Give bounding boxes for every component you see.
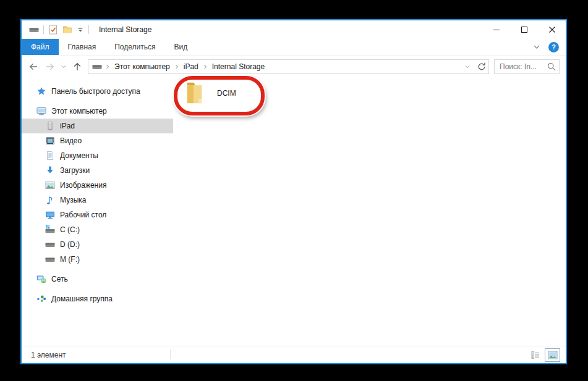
- ribbon-tab-3[interactable]: Вид: [164, 39, 197, 55]
- sidebar-item-pictures[interactable]: Изображения: [22, 178, 173, 193]
- sidebar-item-downloads[interactable]: Загрузки: [22, 163, 173, 178]
- downloads-icon: [45, 165, 55, 175]
- search-placeholder: Поиск: In...: [500, 62, 547, 71]
- quick-access-icon: [36, 86, 46, 96]
- sidebar-item-label: Документы: [60, 151, 98, 160]
- address-dropdown-button[interactable]: [460, 60, 474, 73]
- customize-toolbar-button[interactable]: [77, 26, 84, 33]
- this-pc-icon: [36, 106, 46, 116]
- details-view-button[interactable]: [527, 348, 543, 362]
- ribbon-tab-2[interactable]: Поделиться: [105, 39, 164, 55]
- title-bar[interactable]: Internal Storage: [22, 20, 566, 39]
- breadcrumb: Этот компьютерiPadInternal Storage: [102, 62, 266, 71]
- help-button[interactable]: ?: [548, 42, 559, 52]
- breadcrumb-item-2[interactable]: Internal Storage: [211, 62, 266, 71]
- sidebar-item-label: Рабочий стол: [60, 211, 106, 219]
- refresh-icon: [477, 62, 487, 72]
- up-button[interactable]: [69, 59, 85, 75]
- explorer-window: Internal Storage ФайлГлавнаяПоделитьсяВи…: [20, 19, 567, 364]
- sidebar-item-music[interactable]: Музыка: [22, 193, 173, 207]
- sidebar-item-label: iPad: [60, 122, 75, 130]
- file-item-dcim[interactable]: DCIM: [181, 80, 236, 106]
- toolbar-separator: [43, 25, 44, 34]
- window-title: Internal Storage: [99, 25, 151, 34]
- sidebar-item-drive-d[interactable]: D (D:): [22, 237, 173, 252]
- documents-icon: [45, 151, 55, 161]
- sidebar-item-label: Видео: [60, 136, 82, 145]
- sidebar-item-label: Музыка: [60, 196, 86, 204]
- ribbon-collapse-button[interactable]: [532, 42, 542, 52]
- file-list-pane[interactable]: DCIM: [173, 78, 566, 346]
- minimize-icon: [492, 25, 501, 35]
- sidebar-item-drive-m[interactable]: M (F:): [22, 252, 173, 267]
- qat-customize-icon: [77, 26, 84, 33]
- minimize-button[interactable]: [482, 20, 510, 39]
- address-bar: Этот компьютерiPadInternal Storage Поиск…: [22, 56, 566, 78]
- desktop-icon: [45, 210, 55, 220]
- chevron-down-icon: [532, 42, 542, 52]
- maximize-button[interactable]: [510, 20, 538, 39]
- window-controls: [482, 20, 566, 39]
- navigation-pane: Панель быстрого доступаЭтот компьютерiPa…: [22, 78, 173, 346]
- breadcrumb-item-1[interactable]: iPad: [182, 62, 200, 71]
- close-button[interactable]: [538, 20, 566, 39]
- sidebar-item-desktop[interactable]: Рабочий стол: [22, 207, 173, 222]
- search-icon: [547, 62, 556, 72]
- checklist-icon: [48, 25, 58, 35]
- address-box[interactable]: Этот компьютерiPadInternal Storage: [88, 59, 489, 74]
- ribbon-tabs: ФайлГлавнаяПоделитьсяВид: [22, 39, 197, 55]
- ribbon-tab-1[interactable]: Главная: [59, 39, 106, 55]
- ribbon-tab-0[interactable]: Файл: [22, 39, 59, 55]
- sidebar-item-documents[interactable]: Документы: [22, 148, 173, 163]
- sidebar-item-this-pc[interactable]: Этот компьютер: [22, 104, 173, 119]
- drive-icon: [45, 254, 55, 264]
- sidebar-item-label: Панель быстрого доступа: [51, 87, 140, 96]
- recent-locations-button[interactable]: [58, 59, 69, 75]
- sidebar-item-label: D (D:): [60, 240, 80, 249]
- forward-button[interactable]: [41, 59, 58, 75]
- view-switcher: [527, 348, 560, 362]
- up-arrow-icon: [72, 62, 82, 72]
- music-icon: [45, 195, 55, 205]
- ribbon-right-controls: ?: [532, 39, 566, 55]
- chevron-right-icon: [173, 63, 181, 70]
- status-separator: [170, 350, 171, 359]
- sidebar-item-network[interactable]: Сеть: [22, 272, 173, 287]
- properties-button[interactable]: [48, 25, 58, 35]
- sidebar-item-label: Сеть: [51, 275, 68, 283]
- folder-icon: [181, 80, 208, 106]
- refresh-button[interactable]: [474, 60, 488, 73]
- sidebar-item-label: Загрузки: [60, 166, 90, 175]
- new-folder-icon: [62, 25, 72, 35]
- item-count: 1 элемент: [31, 351, 66, 359]
- sidebar-item-ipad[interactable]: iPad: [22, 119, 173, 133]
- sidebar-item-homegroup[interactable]: Домашняя группа: [22, 291, 173, 306]
- ribbon-tab-bar: ФайлГлавнаяПоделитьсяВид ?: [22, 39, 566, 56]
- new-folder-button[interactable]: [62, 25, 72, 35]
- homegroup-icon: [36, 294, 46, 304]
- drive-icon: [45, 240, 55, 249]
- videos-icon: [45, 136, 55, 146]
- forward-arrow-icon: [45, 62, 55, 72]
- thumbnails-view-button[interactable]: [545, 348, 560, 362]
- search-input[interactable]: Поиск: In...: [494, 59, 560, 74]
- content-area: Панель быстрого доступаЭтот компьютерiPa…: [22, 78, 566, 346]
- tablet-icon: [45, 121, 55, 131]
- back-button[interactable]: [25, 59, 41, 75]
- breadcrumb-item-0[interactable]: Этот компьютер: [113, 62, 171, 71]
- details-view-icon: [530, 350, 540, 360]
- drive-windows-icon: [45, 225, 55, 235]
- desktop-background: { "window": { "title": "Internal Storage…: [0, 0, 588, 381]
- sidebar-item-label: Этот компьютер: [51, 107, 107, 115]
- pictures-icon: [45, 180, 55, 190]
- sidebar-item-videos[interactable]: Видео: [22, 133, 173, 148]
- chevron-right-icon: [202, 63, 209, 70]
- network-icon: [36, 274, 46, 284]
- chevron-down-icon: [464, 63, 471, 70]
- back-arrow-icon: [28, 62, 38, 72]
- drive-icon: [29, 25, 39, 35]
- sidebar-item-drive-c[interactable]: C (C:): [22, 222, 173, 237]
- quick-access-toolbar: Internal Storage: [29, 25, 151, 35]
- sidebar-item-label: Изображения: [60, 181, 106, 190]
- sidebar-item-quick-access[interactable]: Панель быстрого доступа: [22, 84, 173, 99]
